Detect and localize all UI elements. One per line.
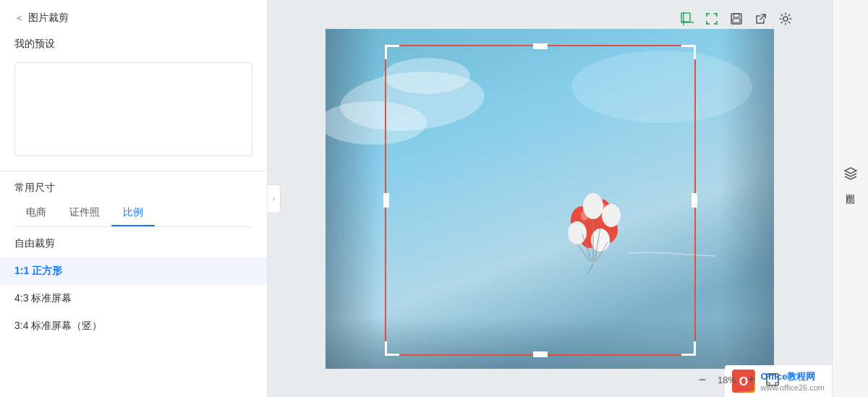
mid-handle-top[interactable] bbox=[533, 43, 548, 49]
corner-handle-br[interactable] bbox=[681, 341, 696, 356]
crop-icon bbox=[681, 12, 694, 25]
svg-rect-0 bbox=[681, 13, 690, 22]
expand-button[interactable] bbox=[702, 9, 722, 29]
back-nav[interactable]: ＜ 图片裁剪 bbox=[0, 0, 267, 30]
layers-text: 图层 bbox=[844, 187, 857, 189]
fullscreen-icon bbox=[766, 373, 779, 386]
back-label: 图片裁剪 bbox=[28, 12, 69, 25]
tab-id-photo[interactable]: 证件照 bbox=[58, 200, 111, 226]
svg-marker-26 bbox=[845, 168, 856, 174]
chevron-left-icon: ＜ bbox=[14, 12, 24, 25]
expand-icon bbox=[705, 12, 718, 25]
tab-ecommerce[interactable]: 电商 bbox=[14, 200, 58, 226]
preset-box bbox=[14, 62, 252, 156]
layers-icon bbox=[843, 166, 858, 181]
collapse-handle[interactable]: › bbox=[268, 184, 281, 213]
right-panel: 图层 bbox=[832, 0, 868, 397]
mid-handle-left[interactable] bbox=[383, 193, 389, 208]
tabs: 电商 证件照 比例 bbox=[14, 200, 252, 227]
zoom-value: 18% bbox=[715, 375, 739, 385]
zoom-out-button[interactable]: − bbox=[694, 372, 710, 388]
export-icon bbox=[754, 12, 767, 25]
mid-handle-bottom[interactable] bbox=[533, 351, 548, 357]
save-button[interactable] bbox=[726, 9, 746, 29]
crop-item-4-3[interactable]: 4:3 标准屏幕 bbox=[0, 285, 267, 312]
save-icon bbox=[730, 12, 743, 25]
zoom-controls: − 18% + bbox=[694, 371, 781, 388]
presets-title: 我的预设 bbox=[0, 30, 267, 56]
image-canvas bbox=[326, 29, 774, 369]
crop-list: 自由裁剪 1:1 正方形 4:3 标准屏幕 3:4 标准屏幕（竖） bbox=[0, 230, 267, 340]
crop-item-1-1[interactable]: 1:1 正方形 bbox=[0, 257, 267, 285]
corner-handle-bl[interactable] bbox=[385, 341, 399, 356]
canvas-toolbar bbox=[677, 9, 796, 29]
common-sizes-title: 常用尺寸 bbox=[0, 171, 267, 200]
crop-item-3-4[interactable]: 3:4 标准屏幕（竖） bbox=[0, 312, 267, 340]
zoom-in-button[interactable]: + bbox=[744, 372, 760, 388]
corner-handle-tl[interactable] bbox=[385, 45, 399, 59]
corner-handle-tr[interactable] bbox=[681, 45, 696, 59]
fullscreen-button[interactable] bbox=[764, 371, 781, 388]
export-button[interactable] bbox=[751, 9, 771, 29]
mid-handle-right[interactable] bbox=[692, 193, 697, 208]
main-canvas-area: › bbox=[268, 0, 832, 397]
svg-rect-5 bbox=[733, 19, 740, 22]
svg-point-7 bbox=[783, 17, 788, 21]
svg-line-6 bbox=[760, 14, 765, 20]
crop-overlay[interactable] bbox=[385, 45, 696, 356]
sidebar: ＜ 图片裁剪 我的预设 常用尺寸 电商 证件照 比例 自由裁剪 1:1 正方形 … bbox=[0, 0, 268, 397]
collapse-icon: › bbox=[273, 195, 275, 202]
crop-tool-button[interactable] bbox=[677, 9, 697, 29]
settings-icon bbox=[779, 12, 792, 25]
layers-label[interactable]: 图层 bbox=[843, 0, 858, 189]
svg-rect-23 bbox=[767, 374, 778, 385]
crop-item-free[interactable]: 自由裁剪 bbox=[0, 230, 267, 257]
tab-ratio[interactable]: 比例 bbox=[111, 200, 155, 226]
settings-button[interactable] bbox=[775, 9, 796, 29]
